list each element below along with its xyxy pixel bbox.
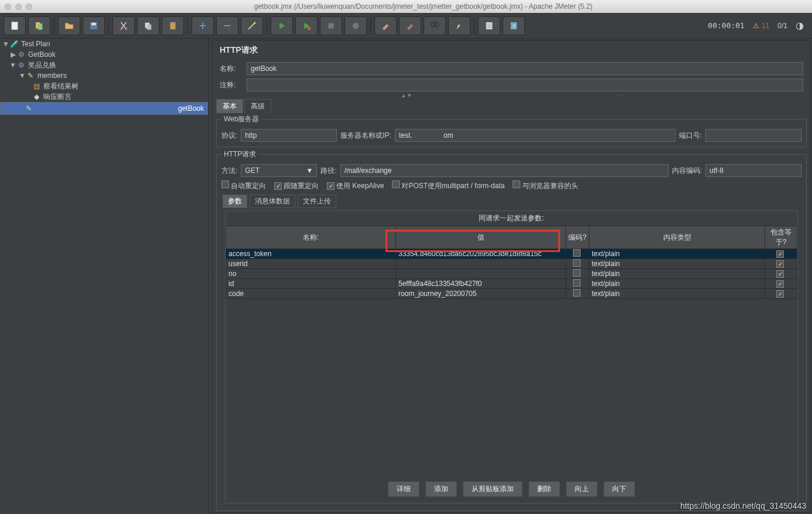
browser-headers-checkbox[interactable]	[513, 181, 520, 188]
cell-ctype[interactable]: text/plain	[589, 259, 765, 269]
keepalive-checkbox[interactable]	[327, 182, 335, 190]
fileupload-tab[interactable]: 文件上传	[298, 195, 336, 208]
equals-checkbox[interactable]	[776, 270, 784, 278]
watermark: https://blog.csdn.net/qq_31450443	[680, 501, 806, 510]
col-equals[interactable]: 包含等于?	[765, 226, 797, 249]
copy-button[interactable]	[137, 16, 159, 35]
add-button[interactable]: +	[192, 16, 214, 35]
clear-all-button[interactable]	[399, 16, 421, 35]
tab-advanced[interactable]: 高级	[244, 99, 271, 113]
bodydata-tab[interactable]: 消息体数据	[250, 195, 295, 208]
equals-checkbox[interactable]	[776, 290, 784, 298]
encode-checkbox[interactable]	[573, 289, 581, 297]
cell-name[interactable]: id	[226, 279, 396, 289]
svg-rect-0	[12, 22, 18, 30]
stop-button[interactable]	[320, 16, 342, 35]
encode-checkbox[interactable]	[573, 259, 581, 267]
svg-rect-2	[38, 23, 43, 30]
reset-search-button[interactable]	[448, 16, 470, 35]
table-row[interactable]: coderoom_journey_20200705text/plain	[226, 289, 797, 299]
function-helper-button[interactable]	[478, 16, 500, 35]
start-button[interactable]	[271, 16, 293, 35]
add-param-button[interactable]: 添加	[425, 481, 457, 497]
start-noTimers-button[interactable]	[295, 16, 318, 35]
shutdown-button[interactable]	[344, 16, 367, 35]
cell-name[interactable]: access_token	[226, 249, 396, 259]
movedown-button[interactable]: 向下	[603, 481, 635, 497]
save-button[interactable]	[83, 16, 105, 35]
help-button[interactable]: ?	[503, 16, 525, 35]
paste-param-button[interactable]: 从剪贴板添加	[463, 481, 523, 497]
clear-button[interactable]	[374, 16, 397, 35]
table-row[interactable]: access_token33354.d460cd13ba6c202895bc3d…	[226, 249, 797, 259]
moveup-button[interactable]: 向上	[566, 481, 598, 497]
cell-name[interactable]: code	[226, 289, 396, 299]
collapse-icon[interactable]: ◑	[796, 20, 804, 31]
path-input[interactable]	[340, 164, 668, 177]
cut-button[interactable]	[112, 16, 135, 35]
equals-checkbox[interactable]	[776, 280, 784, 288]
col-ctype[interactable]: 内容类型	[589, 226, 765, 249]
equals-checkbox[interactable]	[776, 250, 784, 258]
tab-basic[interactable]: 基本	[216, 99, 243, 113]
collapse-handle[interactable]: ▲▼ ···	[213, 93, 810, 98]
search-button[interactable]	[424, 16, 446, 35]
cell-value[interactable]: 5efffa9a48c133543fb427f0	[396, 279, 566, 289]
follow-redirect-checkbox[interactable]	[274, 182, 282, 190]
test-plan-tree[interactable]: ▼🧪Test Plan ▶⚙GetBook ▼⚙奖品兑换 ▼✎members ▤…	[0, 39, 209, 514]
mac-close-button[interactable]	[5, 4, 11, 10]
params-table[interactable]: 名称: 值 编码? 内容类型 包含等于? access_token33354.d…	[226, 226, 797, 299]
method-select[interactable]: GET▼	[241, 164, 317, 177]
table-row[interactable]: id5efffa9a48c133543fb427f0text/plain	[226, 279, 797, 289]
warning-counter[interactable]: ⚠11	[753, 22, 769, 30]
name-input[interactable]	[247, 62, 803, 75]
encode-checkbox[interactable]	[573, 269, 581, 277]
cell-value[interactable]	[396, 269, 566, 279]
table-row[interactable]: useridtext/plain	[226, 259, 797, 269]
remove-button[interactable]: −	[216, 16, 238, 35]
mac-minimize-button[interactable]	[15, 4, 22, 10]
window-title: getbook.jmx (/Users/liuwenquan/Documents…	[39, 2, 807, 11]
cell-ctype[interactable]: text/plain	[589, 249, 765, 259]
comment-input[interactable]	[247, 79, 803, 91]
params-tab[interactable]: 参数	[223, 195, 247, 208]
multipart-checkbox[interactable]	[392, 181, 400, 188]
main-toolbar: + − ? 00:00:01 ⚠11 0/1 ◑	[0, 13, 812, 39]
col-encode[interactable]: 编码?	[566, 226, 589, 249]
cell-value[interactable]: room_journey_20200705	[396, 289, 566, 299]
cell-ctype[interactable]: text/plain	[589, 289, 765, 299]
cell-value[interactable]	[396, 259, 566, 269]
cell-ctype[interactable]: text/plain	[589, 269, 765, 279]
toggle-button[interactable]	[241, 16, 263, 35]
detail-button[interactable]: 详细	[388, 481, 419, 497]
encode-checkbox[interactable]	[573, 279, 581, 287]
col-name[interactable]: 名称:	[226, 226, 396, 249]
templates-button[interactable]	[28, 16, 50, 35]
tree-node-assertion[interactable]: ◆响应断言	[0, 91, 208, 102]
tree-node-testplan[interactable]: ▼🧪Test Plan	[0, 39, 208, 49]
tree-node-members[interactable]: ▼✎members	[0, 70, 208, 81]
cell-name[interactable]: userid	[226, 259, 396, 269]
paste-button[interactable]	[162, 16, 184, 35]
cell-value[interactable]: 33354.d460cd13ba6c202895bc3de1d8f8a15c	[396, 249, 566, 259]
equals-checkbox[interactable]	[776, 260, 784, 268]
chevron-down-icon: ▼	[306, 166, 313, 175]
open-button[interactable]	[58, 16, 80, 35]
protocol-input[interactable]	[241, 129, 337, 142]
tree-node-resulttree[interactable]: ▤察看结果树	[0, 81, 208, 91]
encoding-input[interactable]	[705, 164, 801, 177]
server-input[interactable]	[395, 129, 675, 142]
auto-redirect-checkbox[interactable]	[221, 181, 229, 188]
tree-node-prize[interactable]: ▼⚙奖品兑换	[0, 60, 208, 70]
tree-node-getbook-sampler[interactable]: ✎getBook	[0, 102, 208, 115]
col-value[interactable]: 值	[396, 226, 566, 249]
tree-node-getbook-group[interactable]: ▶⚙GetBook	[0, 49, 208, 60]
cell-name[interactable]: no	[226, 269, 396, 279]
table-row[interactable]: notext/plain	[226, 269, 797, 279]
encode-checkbox[interactable]	[573, 249, 581, 257]
port-input[interactable]	[705, 129, 801, 142]
delete-param-button[interactable]: 删除	[528, 481, 560, 497]
mac-zoom-button[interactable]	[26, 4, 32, 10]
new-button[interactable]	[4, 16, 26, 35]
cell-ctype[interactable]: text/plain	[589, 279, 765, 289]
